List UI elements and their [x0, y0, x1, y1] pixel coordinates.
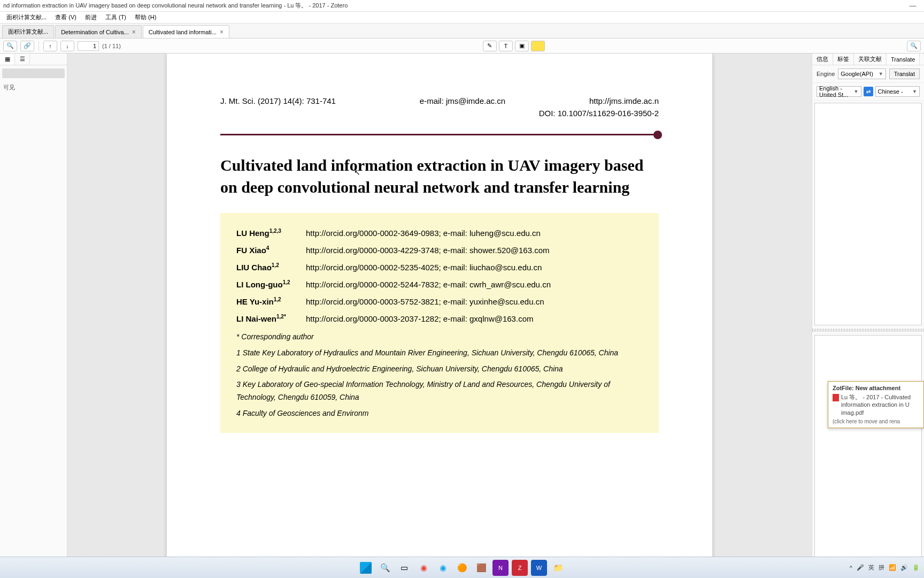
- annotate-area-icon[interactable]: ▣: [515, 41, 529, 51]
- tab-library[interactable]: 面积计算文献...: [2, 25, 54, 38]
- annotate-pencil-icon[interactable]: ✎: [483, 41, 497, 51]
- zotfile-hint: (click here to move and rena: [833, 419, 919, 424]
- mic-icon[interactable]: 🎤: [857, 564, 864, 571]
- zotfile-notification[interactable]: ZotFile: New attachment Lu 等。 - 2017 - C…: [828, 381, 924, 428]
- menu-help[interactable]: 帮助 (H): [130, 13, 160, 21]
- app-icon[interactable]: 🟫: [473, 560, 489, 576]
- system-tray[interactable]: ^ 🎤 英 拼 📶 🔊 🔋: [850, 564, 920, 572]
- translate-button[interactable]: Translat: [889, 69, 920, 79]
- tab-doc-2-active[interactable]: Cultivated land informati... ×: [143, 25, 229, 38]
- engine-value: Google(API): [841, 71, 873, 77]
- menu-item[interactable]: 面积计算文献...: [2, 13, 51, 21]
- window-title: nd information extraction in UAV imagery…: [3, 2, 905, 10]
- tab-label: Determination of Cultiva...: [61, 29, 129, 35]
- pdf-icon: [833, 394, 839, 401]
- page-count-label: (1 / 11): [102, 43, 121, 49]
- tab-label: 面积计算文献...: [8, 28, 48, 36]
- explorer-icon[interactable]: 📁: [550, 560, 566, 576]
- tab-info[interactable]: 信息: [812, 54, 833, 65]
- zotfile-filename: Lu 等。 - 2017 - Cultivated information ex…: [841, 393, 919, 416]
- header-rule: [220, 134, 659, 135]
- target-language-value: Chinese -: [878, 88, 903, 95]
- affiliation-line: 3 Key Laboratory of Geo-special Informat…: [236, 378, 643, 404]
- annotation-item[interactable]: [2, 69, 65, 78]
- page-up-button[interactable]: ↑: [43, 41, 57, 51]
- close-icon[interactable]: ×: [132, 28, 136, 36]
- swap-languages-button[interactable]: ⇄: [864, 87, 873, 96]
- author-line: LI Nai-wen1,2*http://orcid.org/0000-0003…: [236, 314, 643, 323]
- ime-lang1[interactable]: 英: [868, 564, 874, 572]
- zotfile-title: ZotFile: New attachment: [833, 385, 919, 391]
- start-button[interactable]: [358, 560, 374, 576]
- pdf-page: ↖ J. Mt. Sci. (2017) 14(4): 731-741 e-ma…: [167, 54, 712, 578]
- windows-taskbar: 🔍 ▭ ◉ ◉ 🟠 🟫 N Z W 📁 ^ 🎤 英 拼 📶 🔊 🔋: [0, 557, 924, 578]
- engine-select[interactable]: Google(API) ▼: [838, 69, 886, 79]
- journal-citation: J. Mt. Sci. (2017) 14(4): 731-741: [220, 96, 336, 105]
- splitter-handle[interactable]: [812, 329, 924, 332]
- menu-forward[interactable]: 前进: [81, 13, 101, 21]
- menu-tools[interactable]: 工具 (T): [101, 13, 130, 21]
- author-line: LU Heng1,2,3http://orcid.org/0000-0002-3…: [236, 228, 643, 238]
- affiliation-line: 2 College of Hydraulic and Hydroelectric…: [236, 363, 643, 376]
- close-icon[interactable]: ×: [220, 28, 224, 36]
- volume-icon[interactable]: 🔊: [900, 564, 908, 571]
- tray-chevron-icon[interactable]: ^: [850, 565, 852, 571]
- journal-email: e-mail: jms@imde.ac.cn: [420, 96, 505, 105]
- paper-title: Cultivated land information extraction i…: [220, 155, 659, 198]
- translation-source-text[interactable]: [814, 103, 922, 325]
- right-panel: 信息 标签 关联文献 Translate Engine Google(API) …: [812, 54, 924, 578]
- ime-lang2[interactable]: 拼: [879, 564, 884, 572]
- network-icon[interactable]: 📶: [889, 564, 896, 571]
- find-button[interactable]: 🔍: [907, 41, 921, 51]
- doi-label: DOI: 10.1007/s11629-016-3950-2: [220, 109, 659, 118]
- annotate-text-icon[interactable]: T: [499, 41, 513, 51]
- onenote-icon[interactable]: N: [492, 560, 509, 576]
- journal-url: http://jms.imde.ac.n: [589, 96, 659, 105]
- translation-result-text[interactable]: [814, 335, 922, 558]
- separator: [38, 41, 39, 51]
- menu-view[interactable]: 查看 (V): [51, 13, 81, 21]
- tab-doc-1[interactable]: Determination of Cultiva... ×: [55, 25, 142, 38]
- tab-related[interactable]: 关联文献: [854, 54, 887, 65]
- app-icon[interactable]: 🟠: [454, 560, 470, 576]
- tab-label: Cultivated land informati...: [149, 29, 217, 35]
- search-icon[interactable]: 🔍: [377, 560, 393, 576]
- chevron-down-icon: ▼: [854, 89, 859, 94]
- pdf-toolbar: 🔍 🔗 ↑ ↓ (1 / 11) ✎ T ▣ 🔍: [0, 39, 924, 54]
- link-icon[interactable]: 🔗: [20, 41, 34, 51]
- main-area: ▦ ☰ 可见 ↖ J. Mt. Sci. (2017) 14(4): 731-7…: [0, 54, 924, 578]
- page-number-input[interactable]: [78, 41, 99, 51]
- chrome-icon[interactable]: ◉: [415, 560, 432, 576]
- author-line: FU Xiao4http://orcid.org/0000-0003-4229-…: [236, 245, 643, 255]
- chevron-down-icon: ▼: [912, 89, 917, 94]
- pdf-viewport[interactable]: ↖ J. Mt. Sci. (2017) 14(4): 731-741 e-ma…: [67, 54, 812, 578]
- author-line: LI Long-guo1,2http://orcid.org/0000-0002…: [236, 279, 643, 289]
- source-language-select[interactable]: English - United St... ▼: [817, 86, 861, 97]
- left-sidebar: ▦ ☰ 可见: [0, 54, 67, 578]
- target-language-select[interactable]: Chinese - ▼: [875, 86, 920, 97]
- window-minimize[interactable]: —: [905, 2, 921, 10]
- zoom-icon[interactable]: 🔍: [3, 41, 17, 51]
- corresponding-note: * Corresponding author: [236, 331, 643, 344]
- visibility-label: 可见: [2, 81, 65, 94]
- affiliation-line: 1 State Key Laboratory of Hydraulics and…: [236, 347, 643, 360]
- tab-bar: 面积计算文献... Determination of Cultiva... × …: [0, 24, 924, 39]
- author-line: HE Yu-xin1,2http://orcid.org/0000-0003-5…: [236, 296, 643, 306]
- chevron-down-icon: ▼: [879, 71, 883, 77]
- engine-label: Engine: [817, 71, 835, 77]
- page-down-button[interactable]: ↓: [60, 41, 74, 51]
- thumbnails-tab[interactable]: ▦: [0, 54, 15, 65]
- authors-box: LU Heng1,2,3http://orcid.org/0000-0002-3…: [220, 213, 659, 433]
- edge-icon[interactable]: ◉: [435, 560, 451, 576]
- window-titlebar: nd information extraction in UAV imagery…: [0, 0, 924, 12]
- outline-tab[interactable]: ☰: [15, 54, 30, 65]
- zotero-icon[interactable]: Z: [512, 560, 528, 576]
- battery-icon[interactable]: 🔋: [912, 564, 920, 571]
- tab-translate[interactable]: Translate: [887, 54, 920, 65]
- task-view-icon[interactable]: ▭: [396, 560, 412, 576]
- annotation-color-picker[interactable]: [531, 41, 545, 51]
- source-language-value: English - United St...: [819, 85, 854, 98]
- tab-tags[interactable]: 标签: [833, 54, 854, 65]
- word-icon[interactable]: W: [531, 560, 547, 576]
- menu-bar: 面积计算文献... 查看 (V) 前进 工具 (T) 帮助 (H): [0, 12, 924, 24]
